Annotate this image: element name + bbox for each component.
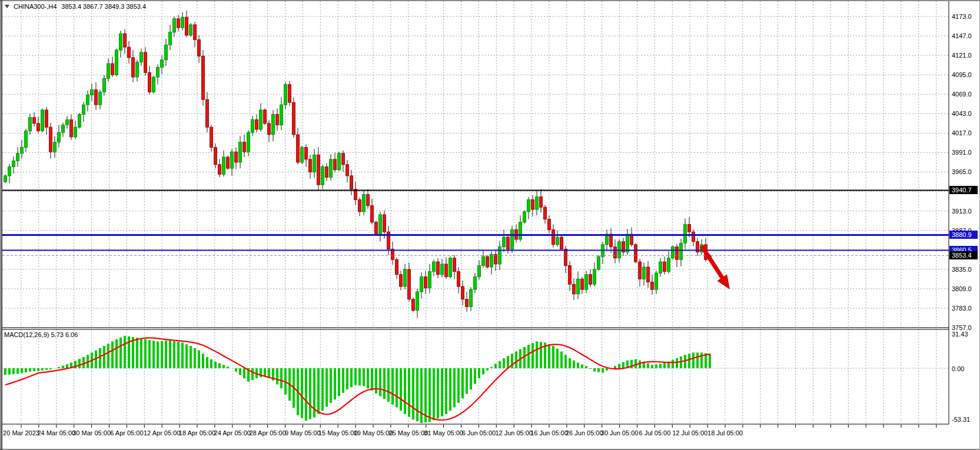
macd-axis-max: 31.43: [952, 331, 968, 338]
price-axis-label: 3809.0: [952, 285, 972, 292]
price-axis-label: 4095.0: [952, 71, 972, 78]
candlesticks: [4, 11, 712, 318]
price-axis-label: 3991.0: [952, 149, 972, 156]
down-arrow-annotation[interactable]: [702, 246, 730, 289]
macd-histogram: [4, 336, 711, 423]
price-axis-label: 3913.0: [952, 208, 972, 215]
macd-signal-line: [5, 338, 710, 420]
time-axis-label: 6 Jun 05:00: [462, 429, 496, 436]
time-axis-label: 28 Apr 05:00: [249, 429, 285, 436]
macd-indicator-label: MACD(12,26,9) 5.73 6.06: [4, 331, 78, 338]
price-axis-label: 3965.0: [952, 168, 972, 175]
time-axis-label: 19 May 05:00: [354, 429, 393, 436]
price-axis-label: 3783.0: [952, 305, 972, 312]
time-axis-label: 9 May 05:00: [285, 429, 321, 436]
time-axis-label: 25 May 05:00: [388, 429, 428, 436]
time-axis-label: 12 Jul 05:00: [672, 429, 707, 436]
price-level-tag: 3940.7: [949, 186, 978, 194]
symbol-dropdown-icon[interactable]: [5, 5, 9, 8]
window-frame-top: [0, 0, 980, 1]
chart-symbol-period: CHINA300-,H4: [14, 3, 57, 10]
price-axis-label: 3757.0: [952, 324, 972, 331]
price-level-tag: 3880.9: [949, 231, 978, 239]
price-level-tag: 3853.4: [949, 251, 978, 259]
time-axis-label: 6 Apr 05:00: [110, 429, 143, 436]
macd-axis-min: -53.31: [952, 416, 970, 423]
window-frame-left: [0, 0, 1, 450]
chart-plot-surface[interactable]: [0, 0, 980, 450]
time-axis-label: 15 May 05:00: [318, 429, 358, 436]
window-frame-left-inner: [1, 0, 2, 450]
price-axis-label: 3835.0: [952, 266, 972, 273]
macd-axis-zero: 0.00: [952, 365, 964, 372]
time-axis-label: 16 Jun 05:00: [530, 429, 568, 436]
time-axis-label: 12 Jun 05:00: [495, 429, 533, 436]
price-axis-label: 4121.0: [952, 52, 972, 59]
time-axis-label: 30 Mar 05:00: [72, 429, 111, 436]
price-axis-label: 4017.0: [952, 129, 972, 136]
chart-ohlc-values: 3853.4 3867.7 3849.3 3853.4: [61, 3, 146, 10]
trading-chart-window: CHINA300-,H4 3853.4 3867.7 3849.3 3853.4…: [0, 0, 980, 450]
time-axis-label: 12 Apr 05:00: [144, 429, 180, 436]
chart-title-bar: CHINA300-,H4 3853.4 3867.7 3849.3 3853.4: [5, 2, 146, 11]
price-axis-label: 4069.0: [952, 91, 972, 98]
time-axis-label: 30 Jun 05:00: [601, 429, 639, 436]
time-axis-label: 26 Jun 05:00: [566, 429, 603, 436]
time-axis-label: 24 Apr 05:00: [214, 429, 251, 436]
time-axis-label: 20 Mar 2023: [3, 429, 39, 436]
time-axis-label: 31 May 05:00: [424, 429, 463, 436]
time-axis-label: 18 Apr 05:00: [179, 429, 215, 436]
time-axis-label: 18 Jul 05:00: [707, 429, 743, 436]
time-axis-label: 24 Mar 05:00: [37, 429, 75, 436]
price-axis-label: 4147.0: [952, 32, 972, 39]
price-axis-label: 4173.0: [952, 13, 972, 20]
price-axis-label: 4043.0: [952, 110, 972, 117]
time-axis-label: 6 Jul 05:00: [639, 429, 670, 436]
time-axis-ticks: [21, 425, 936, 428]
